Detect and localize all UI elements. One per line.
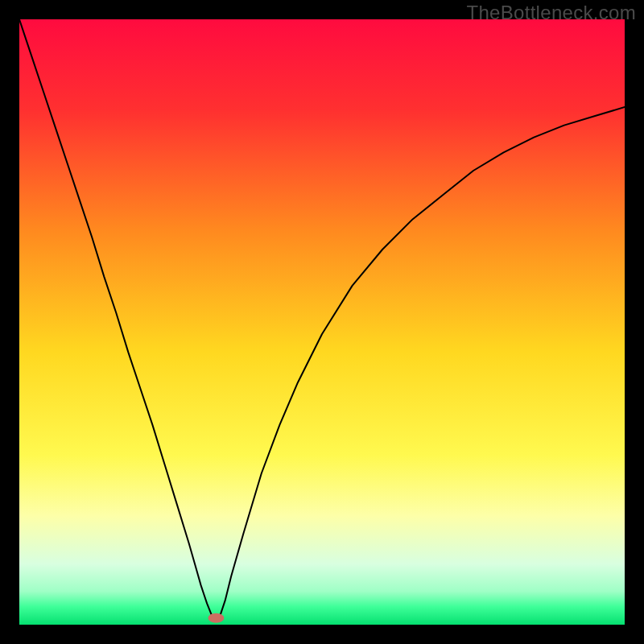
min-marker bbox=[208, 613, 224, 623]
chart-frame: TheBottleneck.com bbox=[0, 0, 644, 644]
marker-group bbox=[208, 613, 224, 623]
watermark-text: TheBottleneck.com bbox=[466, 2, 636, 24]
chart-plot bbox=[19, 19, 625, 625]
plot-background bbox=[19, 19, 625, 625]
